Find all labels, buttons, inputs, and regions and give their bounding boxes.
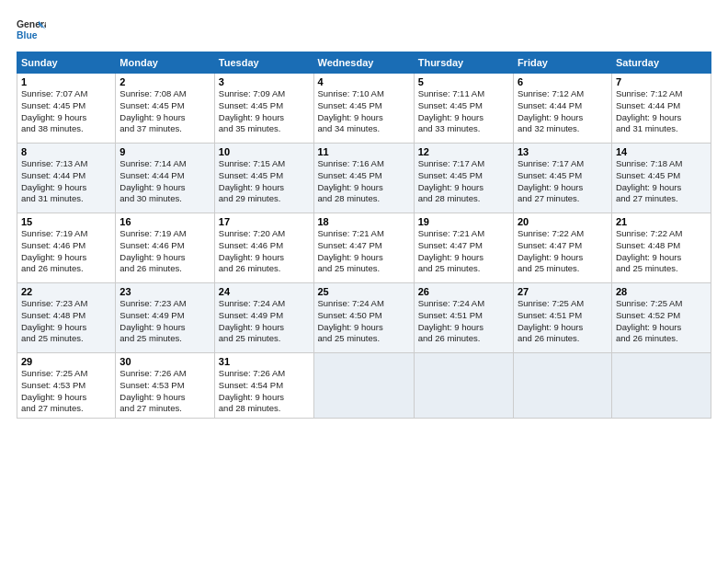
header: General Blue [17, 15, 711, 44]
day-number: 5 [418, 76, 509, 87]
calendar-cell: 1Sunrise: 7:07 AM Sunset: 4:45 PM Daylig… [17, 74, 116, 144]
col-header-saturday: Saturday [611, 52, 711, 74]
day-number: 1 [21, 76, 111, 87]
calendar-cell: 28Sunrise: 7:25 AM Sunset: 4:52 PM Dayli… [611, 283, 711, 353]
day-number: 30 [119, 356, 210, 367]
calendar-cell: 15Sunrise: 7:19 AM Sunset: 4:46 PM Dayli… [17, 213, 116, 283]
day-number: 19 [418, 216, 509, 227]
calendar-cell: 30Sunrise: 7:26 AM Sunset: 4:53 PM Dayli… [116, 353, 214, 419]
day-number: 22 [21, 286, 111, 297]
calendar-cell: 16Sunrise: 7:19 AM Sunset: 4:46 PM Dayli… [116, 213, 214, 283]
col-header-monday: Monday [116, 52, 214, 74]
calendar-cell: 11Sunrise: 7:16 AM Sunset: 4:45 PM Dayli… [313, 144, 414, 213]
day-info: Sunrise: 7:23 AM Sunset: 4:49 PM Dayligh… [119, 298, 210, 345]
svg-text:Blue: Blue [17, 30, 38, 40]
day-number: 4 [318, 76, 410, 87]
day-info: Sunrise: 7:24 AM Sunset: 4:49 PM Dayligh… [219, 298, 310, 345]
day-number: 7 [616, 76, 707, 87]
day-info: Sunrise: 7:09 AM Sunset: 4:45 PM Dayligh… [219, 88, 310, 135]
calendar-cell: 9Sunrise: 7:14 AM Sunset: 4:44 PM Daylig… [116, 144, 214, 213]
day-number: 3 [219, 76, 310, 87]
calendar-cell: 7Sunrise: 7:12 AM Sunset: 4:44 PM Daylig… [611, 74, 711, 144]
day-info: Sunrise: 7:19 AM Sunset: 4:46 PM Dayligh… [21, 228, 111, 275]
calendar-cell [414, 353, 513, 419]
day-number: 8 [21, 146, 111, 157]
day-info: Sunrise: 7:24 AM Sunset: 4:51 PM Dayligh… [418, 298, 509, 345]
calendar-cell: 23Sunrise: 7:23 AM Sunset: 4:49 PM Dayli… [116, 283, 214, 353]
day-number: 31 [219, 356, 310, 367]
day-number: 6 [518, 76, 608, 87]
page: General Blue SundayMondayTuesdayWednesda… [0, 0, 728, 563]
calendar-cell: 3Sunrise: 7:09 AM Sunset: 4:45 PM Daylig… [214, 74, 313, 144]
day-info: Sunrise: 7:08 AM Sunset: 4:45 PM Dayligh… [119, 88, 210, 135]
day-info: Sunrise: 7:12 AM Sunset: 4:44 PM Dayligh… [616, 88, 707, 135]
calendar-cell: 21Sunrise: 7:22 AM Sunset: 4:48 PM Dayli… [611, 213, 711, 283]
day-info: Sunrise: 7:21 AM Sunset: 4:47 PM Dayligh… [318, 228, 410, 275]
calendar-cell: 4Sunrise: 7:10 AM Sunset: 4:45 PM Daylig… [313, 74, 414, 144]
day-info: Sunrise: 7:18 AM Sunset: 4:45 PM Dayligh… [616, 158, 707, 205]
calendar-cell: 13Sunrise: 7:17 AM Sunset: 4:45 PM Dayli… [513, 144, 611, 213]
day-number: 12 [418, 146, 509, 157]
calendar-cell: 27Sunrise: 7:25 AM Sunset: 4:51 PM Dayli… [513, 283, 611, 353]
day-number: 10 [219, 146, 310, 157]
calendar-cell: 24Sunrise: 7:24 AM Sunset: 4:49 PM Dayli… [214, 283, 313, 353]
calendar-cell: 20Sunrise: 7:22 AM Sunset: 4:47 PM Dayli… [513, 213, 611, 283]
calendar-cell: 6Sunrise: 7:12 AM Sunset: 4:44 PM Daylig… [513, 74, 611, 144]
calendar-cell: 22Sunrise: 7:23 AM Sunset: 4:48 PM Dayli… [17, 283, 116, 353]
day-number: 21 [616, 216, 707, 227]
day-info: Sunrise: 7:17 AM Sunset: 4:45 PM Dayligh… [518, 158, 608, 205]
day-info: Sunrise: 7:20 AM Sunset: 4:46 PM Dayligh… [219, 228, 310, 275]
day-number: 2 [119, 76, 210, 87]
calendar-cell: 31Sunrise: 7:26 AM Sunset: 4:54 PM Dayli… [214, 353, 313, 419]
day-info: Sunrise: 7:17 AM Sunset: 4:45 PM Dayligh… [418, 158, 509, 205]
day-number: 23 [119, 286, 210, 297]
day-info: Sunrise: 7:25 AM Sunset: 4:53 PM Dayligh… [21, 368, 111, 415]
day-number: 17 [219, 216, 310, 227]
calendar-cell: 8Sunrise: 7:13 AM Sunset: 4:44 PM Daylig… [17, 144, 116, 213]
day-info: Sunrise: 7:15 AM Sunset: 4:45 PM Dayligh… [219, 158, 310, 205]
day-info: Sunrise: 7:25 AM Sunset: 4:51 PM Dayligh… [518, 298, 608, 345]
calendar-cell: 12Sunrise: 7:17 AM Sunset: 4:45 PM Dayli… [414, 144, 513, 213]
day-info: Sunrise: 7:14 AM Sunset: 4:44 PM Dayligh… [119, 158, 210, 205]
day-info: Sunrise: 7:19 AM Sunset: 4:46 PM Dayligh… [119, 228, 210, 275]
calendar-cell: 2Sunrise: 7:08 AM Sunset: 4:45 PM Daylig… [116, 74, 214, 144]
day-info: Sunrise: 7:13 AM Sunset: 4:44 PM Dayligh… [21, 158, 111, 205]
day-info: Sunrise: 7:10 AM Sunset: 4:45 PM Dayligh… [318, 88, 410, 135]
day-info: Sunrise: 7:26 AM Sunset: 4:54 PM Dayligh… [219, 368, 310, 415]
day-number: 15 [21, 216, 111, 227]
day-info: Sunrise: 7:26 AM Sunset: 4:53 PM Dayligh… [119, 368, 210, 415]
day-number: 27 [518, 286, 608, 297]
day-number: 13 [518, 146, 608, 157]
day-info: Sunrise: 7:22 AM Sunset: 4:47 PM Dayligh… [518, 228, 608, 275]
calendar-cell: 17Sunrise: 7:20 AM Sunset: 4:46 PM Dayli… [214, 213, 313, 283]
day-info: Sunrise: 7:11 AM Sunset: 4:45 PM Dayligh… [418, 88, 509, 135]
day-number: 28 [616, 286, 707, 297]
calendar-cell [513, 353, 611, 419]
calendar-cell: 19Sunrise: 7:21 AM Sunset: 4:47 PM Dayli… [414, 213, 513, 283]
day-info: Sunrise: 7:07 AM Sunset: 4:45 PM Dayligh… [21, 88, 111, 135]
day-number: 24 [219, 286, 310, 297]
calendar-cell: 25Sunrise: 7:24 AM Sunset: 4:50 PM Dayli… [313, 283, 414, 353]
col-header-thursday: Thursday [414, 52, 513, 74]
day-number: 29 [21, 356, 111, 367]
calendar-cell: 14Sunrise: 7:18 AM Sunset: 4:45 PM Dayli… [611, 144, 711, 213]
col-header-wednesday: Wednesday [313, 52, 414, 74]
calendar-table: SundayMondayTuesdayWednesdayThursdayFrid… [17, 52, 711, 419]
day-info: Sunrise: 7:12 AM Sunset: 4:44 PM Dayligh… [518, 88, 608, 135]
day-number: 18 [318, 216, 410, 227]
day-info: Sunrise: 7:23 AM Sunset: 4:48 PM Dayligh… [21, 298, 111, 345]
logo: General Blue [17, 15, 46, 44]
calendar-cell: 10Sunrise: 7:15 AM Sunset: 4:45 PM Dayli… [214, 144, 313, 213]
day-number: 16 [119, 216, 210, 227]
col-header-friday: Friday [513, 52, 611, 74]
day-number: 9 [119, 146, 210, 157]
calendar-cell [313, 353, 414, 419]
day-number: 20 [518, 216, 608, 227]
day-info: Sunrise: 7:16 AM Sunset: 4:45 PM Dayligh… [318, 158, 410, 205]
calendar-cell: 29Sunrise: 7:25 AM Sunset: 4:53 PM Dayli… [17, 353, 116, 419]
calendar-cell [611, 353, 711, 419]
day-number: 14 [616, 146, 707, 157]
day-number: 25 [318, 286, 410, 297]
day-info: Sunrise: 7:24 AM Sunset: 4:50 PM Dayligh… [318, 298, 410, 345]
col-header-sunday: Sunday [17, 52, 116, 74]
